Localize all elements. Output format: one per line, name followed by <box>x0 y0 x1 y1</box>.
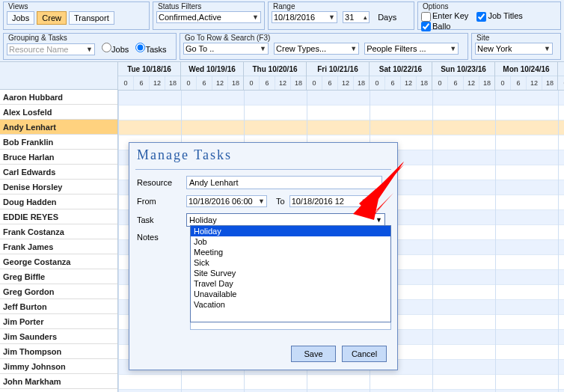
tab-crew[interactable]: Crew <box>37 11 67 25</box>
task-option[interactable]: Unavailable <box>191 289 390 299</box>
resource-row[interactable]: Jim Porter <box>0 314 117 329</box>
crew-types-dropdown[interactable]: Crew Types...▼ <box>274 43 359 55</box>
day-column-header: Tue 10/25/16061218 <box>558 62 564 90</box>
task-label: Task <box>137 215 182 224</box>
tab-transport[interactable]: Transport <box>69 11 114 25</box>
dialog-title: Manage Tasks <box>129 143 397 169</box>
to-label: To <box>276 197 285 206</box>
left-spacer <box>0 62 117 90</box>
range-group: Range 10/18/2016▼ 31▴ Days <box>268 1 414 30</box>
site-group: Site New York▼ <box>471 33 561 60</box>
resource-row[interactable]: John Markham <box>0 374 117 389</box>
goto-title: Go To Row & Search (F3) <box>183 34 272 42</box>
task-dropdown-list[interactable]: HolidayJobMeetingSickSite SurveyTravel D… <box>190 225 391 322</box>
chevron-down-icon: ▼ <box>361 197 368 205</box>
resource-row[interactable]: EDDIE REYES <box>0 209 117 224</box>
grouping-title: Grouping & Tasks <box>7 34 69 42</box>
goto-group: Go To Row & Search (F3) Go To ..▼ Crew T… <box>180 33 468 60</box>
range-days-input[interactable]: 31▴ <box>343 11 370 23</box>
chevron-down-icon: ▼ <box>86 46 93 53</box>
task-option[interactable]: Meeting <box>191 247 390 257</box>
options-title: Options <box>421 2 450 10</box>
day-column-header: Thu 10/20/16061218 <box>244 62 307 90</box>
resource-row[interactable]: Carl Edwards <box>0 165 117 180</box>
resource-name-dropdown[interactable]: Resource Name▼ <box>7 43 95 55</box>
spinner-icon: ▴ <box>364 13 367 21</box>
day-column-header: Wed 10/19/16061218 <box>181 62 244 90</box>
day-column-header: Fri 10/21/16061218 <box>307 62 370 90</box>
enter-key-checkbox[interactable]: Enter Key <box>421 11 468 20</box>
task-option[interactable]: Site Survey <box>191 268 390 278</box>
site-dropdown[interactable]: New York▼ <box>475 43 553 55</box>
timeline-row[interactable] <box>118 375 564 390</box>
grouping-group: Grouping & Tasks Resource Name▼ Jobs Tas… <box>3 33 177 60</box>
options-group: Options Enter Key Job Titles Ballo <box>417 1 561 30</box>
status-group: Status Filters Confirmed,Active ▼ <box>153 1 265 30</box>
notes-label: Notes <box>137 233 182 242</box>
status-title: Status Filters <box>156 2 203 10</box>
resource-label: Resource <box>137 178 182 187</box>
to-datetime[interactable]: 10/18/2016 12▼ <box>289 195 370 207</box>
chevron-down-icon: ▼ <box>258 197 265 205</box>
save-button[interactable]: Save <box>291 346 336 362</box>
task-option[interactable]: Travel Day <box>191 278 390 289</box>
task-option[interactable]: Job <box>191 236 390 247</box>
timeline-row[interactable] <box>118 91 564 105</box>
timeline-row[interactable] <box>118 120 564 135</box>
status-dropdown[interactable]: Confirmed,Active ▼ <box>156 11 261 23</box>
task-option[interactable]: Holiday <box>191 226 390 236</box>
resource-list: Aaron HubbardAlex LosfeldAndy LenhartBob… <box>0 62 118 392</box>
people-filters-dropdown[interactable]: People Filters ...▼ <box>364 43 459 55</box>
resource-row[interactable]: Kenny Banya <box>0 389 117 392</box>
goto-dropdown[interactable]: Go To ..▼ <box>183 43 269 55</box>
resource-row[interactable]: Aaron Hubbard <box>0 90 117 105</box>
day-column-header: Tue 10/18/16061218 <box>118 62 181 90</box>
views-title: Views <box>7 2 30 10</box>
job-titles-checkbox[interactable]: Job Titles <box>476 11 522 20</box>
resource-row[interactable]: Doug Hadden <box>0 195 117 209</box>
views-group: Views Jobs Crew Transport <box>3 1 150 30</box>
resource-row[interactable]: Andy Lenhart <box>0 120 117 135</box>
chevron-down-icon: ▼ <box>376 216 382 224</box>
tab-jobs[interactable]: Jobs <box>7 11 34 25</box>
range-date[interactable]: 10/18/2016▼ <box>272 11 337 23</box>
from-datetime[interactable]: 10/18/2016 06:00▼ <box>186 195 267 207</box>
resource-row[interactable]: Jimmy Johnson <box>0 359 117 374</box>
resource-row[interactable]: Greg Biffle <box>0 269 117 284</box>
day-column-header: Sun 10/23/16061218 <box>432 62 495 90</box>
resource-row[interactable]: George Costanza <box>0 254 117 269</box>
days-label: Days <box>378 13 396 22</box>
resource-row[interactable]: Bob Franklin <box>0 135 117 150</box>
from-label: From <box>137 197 182 206</box>
site-title: Site <box>475 34 491 42</box>
chevron-down-icon: ▼ <box>252 13 259 21</box>
manage-tasks-dialog: Manage Tasks Resource From 10/18/2016 06… <box>129 142 398 370</box>
ballo-checkbox[interactable]: Ballo <box>421 22 450 31</box>
cancel-button[interactable]: Cancel <box>342 346 387 362</box>
chevron-down-icon: ▼ <box>328 13 335 21</box>
resource-row[interactable]: Bruce Harlan <box>0 150 117 165</box>
timeline-row[interactable] <box>118 105 564 120</box>
resource-row[interactable]: Greg Gordon <box>0 284 117 299</box>
chevron-down-icon: ▼ <box>450 45 456 52</box>
resource-row[interactable]: Jim Saunders <box>0 329 117 344</box>
resource-row[interactable]: Alex Losfeld <box>0 105 117 120</box>
day-column-header: Mon 10/24/16061218 <box>495 62 558 90</box>
resource-row[interactable]: Jim Thompson <box>0 344 117 359</box>
status-value: Confirmed,Active <box>159 13 221 22</box>
day-column-header: Sat 10/22/16061218 <box>370 62 432 90</box>
chevron-down-icon: ▼ <box>544 45 551 52</box>
resource-row[interactable]: Frank James <box>0 239 117 254</box>
resource-row[interactable]: Frank Costanza <box>0 224 117 239</box>
tasks-radio[interactable]: Tasks <box>135 45 166 54</box>
task-option[interactable]: Sick <box>191 257 390 268</box>
resource-input[interactable] <box>186 176 382 189</box>
resource-row[interactable]: Denise Horsley <box>0 180 117 195</box>
chevron-down-icon: ▼ <box>350 45 357 52</box>
range-title: Range <box>272 2 296 10</box>
resource-row[interactable]: Jeff Burton <box>0 299 117 314</box>
jobs-radio[interactable]: Jobs <box>102 45 129 54</box>
task-option[interactable]: Vacation <box>191 299 390 310</box>
chevron-down-icon: ▼ <box>260 45 266 52</box>
